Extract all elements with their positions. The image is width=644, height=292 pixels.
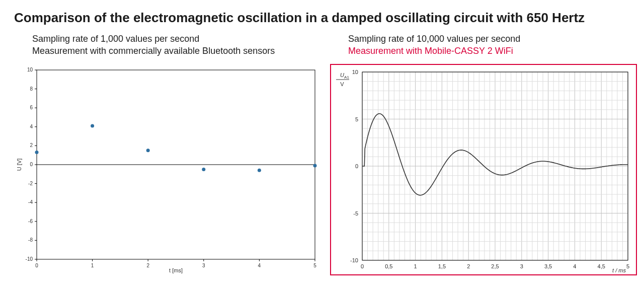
svg-text:0: 0 (361, 263, 364, 269)
svg-text:5: 5 (313, 263, 316, 268)
svg-text:3: 3 (202, 263, 205, 268)
svg-text:A1: A1 (344, 75, 349, 80)
left-sub2: Measurement with commercially available … (32, 45, 321, 57)
svg-text:t [ms]: t [ms] (169, 267, 183, 273)
right-sub2: Measurement with Mobile-CASSY 2 WiFi (348, 45, 637, 57)
right-sub1: Sampling rate of 10,000 values per secon… (348, 33, 637, 45)
svg-text:U [V]: U [V] (16, 159, 22, 171)
svg-text:-6: -6 (28, 218, 33, 224)
svg-point-36 (35, 151, 39, 154)
svg-text:-2: -2 (28, 181, 33, 186)
svg-text:10: 10 (352, 69, 358, 75)
left-sub1: Sampling rate of 1,000 values per second (32, 33, 321, 45)
left-column: Sampling rate of 1,000 values per second… (14, 33, 321, 275)
svg-text:6: 6 (30, 105, 33, 110)
svg-text:2,5: 2,5 (491, 263, 499, 269)
svg-text:10: 10 (27, 67, 33, 72)
svg-text:0: 0 (30, 162, 33, 167)
left-chart: -10-8-6-4-20246810012345t [ms]U [V] (14, 64, 321, 275)
svg-text:0: 0 (35, 263, 38, 268)
svg-text:U: U (340, 72, 344, 78)
svg-text:2: 2 (146, 263, 149, 268)
svg-text:3,5: 3,5 (544, 263, 552, 269)
page-title: Comparison of the electromagnetic oscill… (14, 10, 630, 26)
svg-text:5: 5 (355, 116, 358, 122)
svg-text:4: 4 (258, 263, 261, 268)
svg-point-38 (146, 149, 150, 152)
svg-point-40 (258, 169, 261, 172)
svg-text:V: V (340, 81, 344, 87)
svg-text:-10: -10 (26, 256, 33, 262)
svg-text:-4: -4 (28, 199, 33, 205)
svg-text:5: 5 (626, 263, 629, 269)
right-column: Sampling rate of 10,000 values per secon… (330, 33, 637, 275)
svg-text:0,5: 0,5 (385, 263, 392, 269)
page: Comparison of the electromagnetic oscill… (0, 0, 644, 280)
svg-text:4: 4 (573, 263, 576, 269)
svg-text:-5: -5 (353, 210, 358, 216)
svg-text:-8: -8 (28, 237, 33, 243)
right-chart: 00,511,522,533,544,55-10-50510t / msUA1V (330, 64, 637, 275)
svg-text:1: 1 (414, 263, 417, 269)
right-subhead: Sampling rate of 10,000 values per secon… (348, 33, 637, 59)
svg-text:1,5: 1,5 (438, 263, 446, 269)
svg-point-41 (313, 164, 317, 167)
svg-text:3: 3 (520, 263, 523, 269)
svg-text:4,5: 4,5 (598, 263, 605, 269)
svg-text:8: 8 (30, 86, 33, 92)
svg-text:2: 2 (30, 142, 33, 148)
svg-point-37 (91, 124, 94, 127)
columns: Sampling rate of 1,000 values per second… (14, 33, 630, 275)
svg-text:4: 4 (30, 124, 33, 129)
svg-point-39 (202, 168, 205, 171)
svg-text:0: 0 (355, 163, 358, 169)
svg-text:t / ms: t / ms (612, 267, 626, 273)
svg-text:1: 1 (91, 263, 94, 268)
svg-text:-10: -10 (350, 257, 358, 263)
svg-text:2: 2 (467, 263, 470, 269)
left-subhead: Sampling rate of 1,000 values per second… (32, 33, 321, 59)
